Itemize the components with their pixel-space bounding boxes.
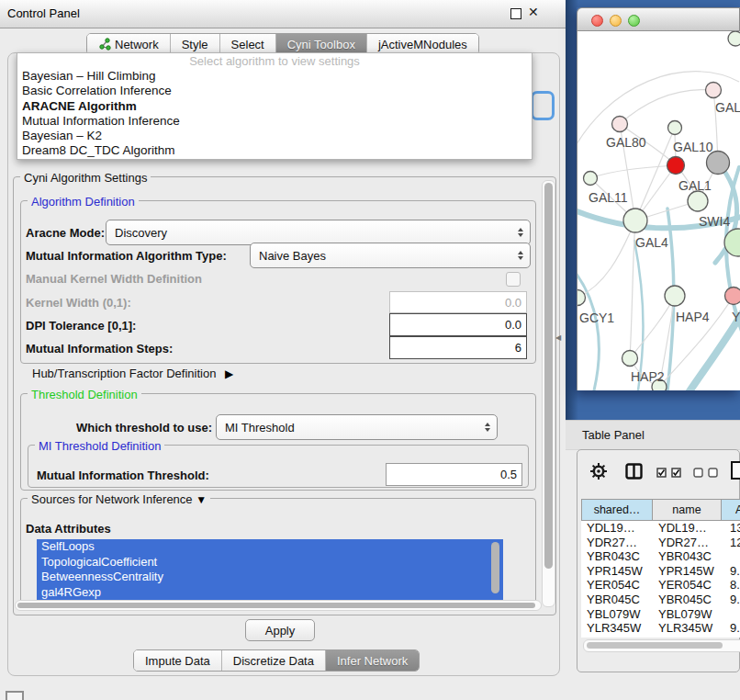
manual-kernel-checkbox[interactable] [506,272,521,287]
tab-discretize-data[interactable]: Discretize Data [222,650,326,671]
apply-button[interactable]: Apply [245,619,315,641]
column-header-name[interactable]: name [652,499,722,521]
algorithm-option[interactable]: Bayesian – Hill Climbing [17,69,532,84]
mi-threshold-field[interactable]: 0.5 [386,463,522,486]
bottom-left-partial-icon[interactable] [6,691,24,700]
close-traffic-light-icon[interactable] [591,15,603,27]
algorithm-option[interactable]: Basic Correlation Inference [17,84,532,98]
table-row[interactable]: YER054CYER054C8. [581,578,740,593]
settings-hscrollbar-thumb[interactable] [17,603,535,608]
table-row[interactable]: YDR27…YDR27…12 [581,536,740,550]
node-red-selected[interactable] [667,157,685,175]
which-threshold-select[interactable]: MI Threshold [216,414,498,440]
node-salmon[interactable] [725,288,740,305]
manual-kernel-label: Manual Kernel Width Definition [26,272,202,286]
column-header-shared-name[interactable]: shared… [581,499,653,521]
algorithm-prompt: Select algorithm to view settings [17,53,532,69]
node-gcy1[interactable] [577,290,586,306]
table-row[interactable]: YBR045CYBR045C9. [581,593,740,607]
unchecked-box-icon [693,468,703,478]
zoom-traffic-light-icon[interactable] [628,15,640,27]
node-label: SWI4 [699,214,730,229]
node-label: Y [732,310,740,324]
deselect-all-columns-button[interactable] [693,468,718,478]
attribute-item[interactable]: gal4RGexp [37,585,503,601]
algorithm-option[interactable]: Mutual Information Inference [17,114,532,129]
columns-icon [625,463,643,480]
settings-vscrollbar[interactable] [542,180,555,607]
aracne-mode-select[interactable]: Discovery [106,220,531,245]
checked-box-icon [671,468,681,478]
tab-impute-data[interactable]: Impute Data [134,650,222,671]
gear-icon [589,461,609,481]
show-columns-button[interactable] [625,463,643,480]
settings-hscrollbar[interactable] [15,600,542,611]
sources-title[interactable]: Sources for Network Inference ▼ [28,492,210,506]
node-hap2[interactable] [622,351,638,367]
close-icon[interactable]: ✕ [528,5,539,19]
tab-jactivemnodules[interactable]: jActiveMNodules [367,34,478,54]
node-label: GCY1 [579,310,614,325]
node-gray[interactable] [707,152,730,175]
table-row[interactable]: YLR345WYLR345W9. [581,621,740,636]
node[interactable] [728,31,740,46]
network-window-titlebar[interactable] [577,7,740,31]
edge [577,268,599,390]
attribute-item[interactable]: SelfLoops [37,539,503,555]
table-hscrollbar-thumb[interactable] [587,642,723,649]
tab-style[interactable]: Style [171,34,220,54]
hub-definition-toggle[interactable]: Hub/Transcription Factor Definition ▶ [32,367,233,380]
table-row[interactable]: YPR145WYPR145W9. [581,564,740,579]
kernel-width-field[interactable]: 0.0 [389,291,527,313]
attributes-vscrollbar-thumb[interactable] [491,542,499,593]
data-attributes-list[interactable]: SelfLoops TopologicalCoefficient Between… [37,539,503,601]
minimize-traffic-light-icon[interactable] [610,15,622,27]
mi-steps-field[interactable]: 6 [389,336,527,359]
algorithm-dropdown-popup: Select algorithm to view settings Bayesi… [17,52,533,160]
node-gal4[interactable] [623,209,647,232]
column-header-partial[interactable]: A [721,499,740,521]
tab-select[interactable]: Select [220,34,276,54]
aracne-mode-label: Aracne Mode: [26,226,105,240]
node-gal80[interactable] [612,117,628,132]
table-hscrollbar[interactable] [583,639,740,652]
network-icon [98,38,111,51]
mi-type-select[interactable]: Naive Bayes [250,243,531,268]
algorithm-option[interactable]: Dream8 DC_TDC Algorithm [17,143,532,158]
node-gal11[interactable] [584,172,598,186]
node-gal10[interactable] [668,121,682,135]
settings-vscrollbar-thumb[interactable] [544,183,553,569]
attribute-item[interactable]: TopologicalCoefficient [37,555,503,570]
node-gal-top[interactable] [706,83,722,98]
unchecked-box-icon [708,468,718,478]
panel-collapse-arrow-icon[interactable]: ◀ [555,333,561,342]
node-gal1[interactable] [688,191,708,211]
node-label: GAL1 [678,178,712,193]
table-gear-button[interactable] [589,461,609,481]
control-panel-title: Control Panel [7,6,80,20]
tab-cyni-toolbox[interactable]: Cyni Toolbox [276,34,367,54]
table-panel-title: Table Panel [582,428,645,442]
control-panel-titlebar: Control Panel ✕ [0,0,566,28]
which-threshold-label: Which threshold to use: [76,421,212,435]
dpi-tolerance-field[interactable]: 0.0 [389,313,527,336]
cyni-settings-title: Cyni Algorithm Settings [20,171,151,185]
select-all-columns-button[interactable] [656,468,681,478]
attribute-item[interactable]: BetweennessCentrality [37,570,503,585]
table-row[interactable]: YDL19…YDL19…13 [581,521,740,536]
table-row[interactable]: YIL052CYIL052C8 [581,636,740,638]
table-row[interactable]: YBR043CYBR043C [581,549,740,564]
tab-infer-network[interactable]: Infer Network [326,650,419,671]
node-hap4[interactable] [665,286,685,306]
algorithm-option[interactable]: Bayesian – K2 [17,129,532,143]
new-table-button[interactable] [730,460,740,480]
mi-threshold-title: MI Threshold Definition [35,439,164,453]
algorithm-option-selected[interactable]: ARACNE Algorithm [17,99,532,114]
chevron-right-icon: ▶ [225,367,233,380]
table-row[interactable]: YBL079WYBL079W [581,607,740,622]
tab-network[interactable]: Network [87,34,171,54]
chevron-down-icon: ▼ [196,493,207,506]
network-canvas[interactable]: GAL80 GAL10 GAL GAL1 GAL11 SWI4 GAL4 GCY… [577,31,740,390]
spinner-arrows-icon [518,251,523,260]
float-window-icon[interactable] [510,8,521,19]
